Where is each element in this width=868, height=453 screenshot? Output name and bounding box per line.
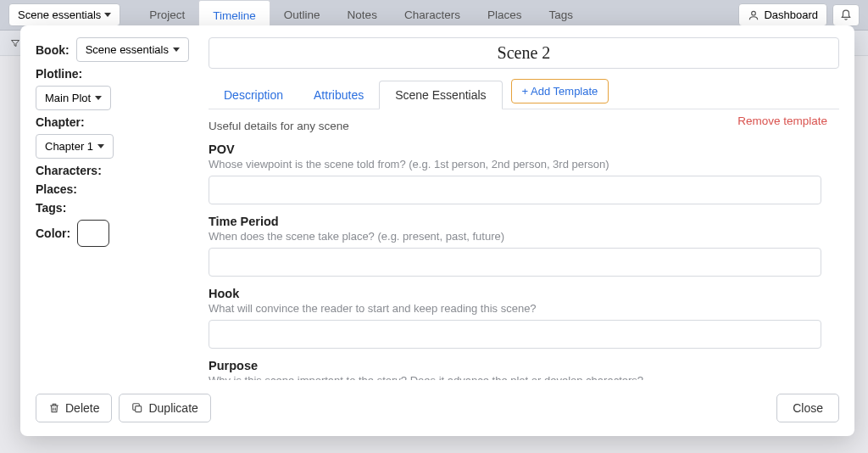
scene-detail-tabs: Description Attributes Scene Essentials … [209, 79, 839, 109]
chapter-select[interactable]: Chapter 1 [36, 134, 114, 159]
trash-icon [48, 402, 60, 414]
field-hook-input[interactable] [209, 320, 821, 349]
field-time-period-input[interactable] [209, 248, 821, 277]
svg-rect-6 [136, 406, 142, 412]
chapter-label: Chapter: [36, 115, 193, 129]
scene-dropdown-label: Scene essentials [18, 8, 101, 21]
remove-template-link[interactable]: Remove template [737, 115, 827, 127]
scene-title-input[interactable] [209, 37, 839, 69]
field-pov-title: POV [209, 143, 834, 156]
field-time-period: Time Period When does the scene take pla… [209, 215, 834, 277]
color-label: Color: [36, 226, 70, 240]
modal-sidebar: Book: Scene essentials Plotline: Main Pl… [36, 37, 193, 380]
top-right-controls: Dashboard [738, 3, 860, 26]
field-time-period-help: When does the scene take place? (e.g. pr… [209, 230, 834, 243]
book-label: Book: [36, 43, 70, 57]
user-icon [748, 9, 760, 21]
delete-button[interactable]: Delete [36, 394, 112, 422]
field-purpose-title: Purpose [209, 359, 834, 372]
field-hook: Hook What will convince the reader to st… [209, 287, 834, 349]
plotline-value: Main Plot [45, 92, 91, 104]
delete-label: Delete [65, 401, 99, 415]
tab-scene-essentials[interactable]: Scene Essentials [379, 81, 502, 109]
chapter-value: Chapter 1 [45, 140, 93, 153]
notifications-button[interactable] [832, 4, 860, 26]
close-button[interactable]: Close [776, 394, 839, 422]
tab-description[interactable]: Description [209, 81, 298, 109]
plotline-select[interactable]: Main Plot [36, 86, 111, 110]
field-purpose-help: Why is this scene important to the story… [209, 374, 834, 380]
characters-label: Characters: [36, 164, 193, 177]
field-pov: POV Whose viewpoint is the scene told fr… [209, 143, 834, 204]
places-label: Places: [36, 182, 193, 196]
add-template-button[interactable]: + Add Template [511, 79, 609, 103]
caret-down-icon [104, 13, 111, 17]
dashboard-button[interactable]: Dashboard [738, 3, 827, 26]
modal-body: Book: Scene essentials Plotline: Main Pl… [20, 25, 854, 383]
field-pov-input[interactable] [209, 176, 821, 204]
scene-edit-modal: Book: Scene essentials Plotline: Main Pl… [20, 25, 854, 436]
template-content-scroll[interactable]: Useful details for any scene Remove temp… [209, 109, 839, 380]
caret-down-icon [95, 96, 102, 100]
field-hook-help: What will convince the reader to start a… [209, 302, 834, 315]
field-pov-help: Whose viewpoint is the scene told from? … [209, 158, 834, 171]
color-swatch-button[interactable] [77, 220, 109, 247]
svg-point-0 [752, 11, 756, 15]
tab-attributes[interactable]: Attributes [298, 81, 379, 109]
duplicate-icon [131, 402, 143, 414]
duplicate-label: Duplicate [148, 401, 198, 415]
modal-main: Description Attributes Scene Essentials … [209, 37, 839, 380]
scene-essentials-dropdown[interactable]: Scene essentials [8, 3, 120, 26]
dashboard-label: Dashboard [764, 8, 818, 21]
book-select[interactable]: Scene essentials [76, 37, 189, 62]
plotline-label: Plotline: [36, 67, 193, 81]
book-value: Scene essentials [86, 43, 169, 56]
field-time-period-title: Time Period [209, 215, 834, 228]
caret-down-icon [97, 144, 104, 148]
modal-footer: Delete Duplicate Close [20, 383, 854, 436]
caret-down-icon [173, 48, 180, 52]
bell-icon [840, 9, 852, 21]
duplicate-button[interactable]: Duplicate [119, 394, 210, 422]
tags-label: Tags: [36, 201, 193, 215]
field-hook-title: Hook [209, 287, 834, 300]
field-purpose: Purpose Why is this scene important to t… [209, 359, 834, 380]
